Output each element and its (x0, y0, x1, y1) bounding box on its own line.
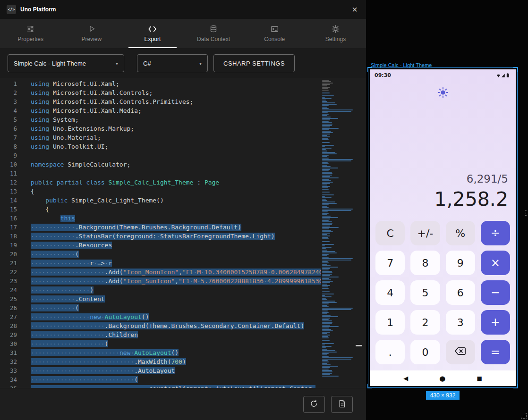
minimap-line (322, 183, 330, 184)
calc-key-9[interactable]: 9 (446, 251, 475, 275)
minimap-line (322, 319, 329, 320)
minimap-line (322, 360, 328, 361)
minimap-line (322, 169, 330, 170)
code-editor[interactable]: 1using Microsoft.UI.Xaml;2using Microsof… (0, 78, 366, 388)
language-dropdown[interactable]: C# ▾ (137, 54, 208, 72)
tab-data-context[interactable]: Data Context (183, 19, 244, 48)
canvas-panel: Simple Calc - Light Theme 09:30 6,291/5 (366, 0, 528, 420)
minimap-line (322, 313, 327, 314)
close-button[interactable]: × (350, 5, 359, 14)
resize-grip[interactable] (520, 412, 527, 419)
minimap-line (322, 162, 328, 163)
calc-key-4[interactable]: 4 (375, 280, 405, 305)
minimap-line (322, 155, 329, 156)
minimap-line (322, 186, 330, 187)
minimap-line (322, 199, 326, 200)
calc-key-1[interactable]: 1 (375, 310, 405, 335)
tab-console[interactable]: Console (244, 19, 305, 48)
minimap-line (322, 138, 328, 139)
minimap-line (322, 346, 332, 347)
calc-result: 1,258.2 (370, 187, 508, 211)
file-icon (339, 400, 346, 409)
phone-preview[interactable]: 09:30 6,291/5 1,258.2 C+/-%÷789×456−123+… (370, 69, 516, 386)
minimap-line (322, 268, 330, 269)
minimap-line (322, 371, 332, 372)
theme-toggle-row (370, 86, 516, 101)
minimap-line (322, 318, 330, 319)
calc-key-8[interactable]: 8 (410, 251, 440, 275)
export-file-button[interactable] (331, 396, 353, 413)
minimap-line (322, 333, 327, 334)
calc-key-3[interactable]: 3 (446, 310, 475, 335)
minimap-line (322, 289, 363, 290)
sun-icon[interactable] (437, 86, 449, 101)
calc-key-percent[interactable]: % (446, 221, 475, 245)
line-number: 6 (0, 124, 25, 133)
tab-settings[interactable]: Settings (305, 19, 366, 48)
minimap-line (322, 361, 329, 362)
minimap-line (322, 135, 327, 136)
minimap-line (322, 148, 332, 149)
minimap-line (322, 343, 334, 344)
tab-properties[interactable]: Properties (0, 19, 61, 48)
minimap-line (322, 206, 327, 207)
minimap-line (322, 176, 330, 177)
tab-export[interactable]: Export (122, 19, 183, 48)
home-button[interactable]: ● (439, 374, 445, 383)
minimap-line (322, 240, 363, 241)
minimap-line (322, 179, 329, 180)
minimap-line (322, 359, 351, 360)
calc-expression: 6,291/5 (370, 172, 508, 185)
minimap-line (322, 278, 329, 279)
resize-handle[interactable] (525, 210, 527, 217)
line-number: 30 (0, 339, 25, 348)
calc-key-multiply[interactable]: × (481, 251, 510, 275)
backspace-icon (454, 346, 467, 358)
minimap-line (322, 94, 363, 95)
minimap-line (322, 309, 351, 310)
calc-key-decimal[interactable]: . (375, 340, 405, 364)
minimap-line (322, 190, 363, 191)
minimap[interactable] (321, 80, 363, 388)
minimap-line (322, 105, 329, 106)
minimap-line (322, 308, 353, 309)
minimap-line (322, 353, 329, 354)
back-button[interactable]: ◀ (403, 375, 408, 382)
minimap-line (322, 226, 330, 227)
component-dropdown[interactable]: Simple Calc - Light Theme ▾ (8, 54, 124, 72)
minimap-line (322, 277, 339, 277)
backspace-key[interactable] (446, 340, 475, 364)
calc-key-2[interactable]: 2 (410, 310, 440, 335)
csharp-settings-button[interactable]: CSHARP SETTINGS (213, 54, 295, 72)
minimap-line (322, 251, 335, 252)
calc-key-clear[interactable]: C (375, 221, 405, 245)
calc-key-plus[interactable]: + (481, 310, 510, 335)
minimap-line (322, 265, 331, 266)
calc-key-plus-minus[interactable]: +/- (410, 221, 440, 245)
calc-key-equals[interactable]: = (481, 340, 510, 364)
minimap-line (322, 118, 338, 119)
line-number: 27 (0, 312, 25, 321)
line-number: 31 (0, 348, 25, 357)
minimap-line (322, 83, 333, 84)
calc-key-divide[interactable]: ÷ (481, 221, 510, 245)
line-number: 5 (0, 115, 25, 124)
calc-key-6[interactable]: 6 (446, 280, 475, 305)
calc-key-5[interactable]: 5 (410, 280, 440, 305)
minimap-line (322, 342, 363, 343)
line-number: 7 (0, 133, 25, 142)
refresh-icon (310, 399, 318, 409)
minimap-line (322, 101, 327, 102)
tab-preview[interactable]: Preview (61, 19, 122, 48)
code-line: 33····························.AutoLayou… (0, 366, 321, 375)
minimap-line (322, 224, 332, 225)
calc-key-minus[interactable]: − (481, 280, 510, 305)
recents-button[interactable]: ■ (477, 375, 482, 382)
line-number: 13 (0, 187, 25, 196)
minimap-line (322, 228, 329, 229)
refresh-button[interactable] (303, 396, 325, 413)
minimap-line (322, 272, 332, 273)
calc-key-7[interactable]: 7 (375, 251, 405, 275)
calc-key-0[interactable]: 0 (410, 340, 440, 364)
minimap-line (322, 109, 353, 110)
